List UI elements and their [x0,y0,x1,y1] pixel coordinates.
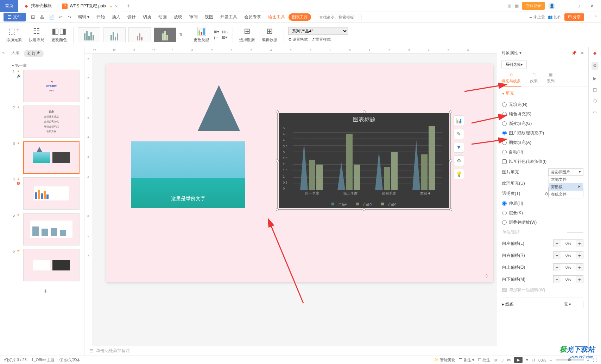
chapter-label[interactable]: ▾ 第一章 [10,62,81,70]
axis-btn-2[interactable]: ⫿▾ [214,36,219,40]
line-style-select[interactable]: 无 ▾ [552,301,583,308]
series-options-dropdown[interactable]: 系列选项 ▾ [501,60,527,69]
chart-settings-button[interactable]: ⚙ [454,155,464,166]
stack-scale-radio[interactable]: 层叠并缩放(W) [502,218,583,227]
bar[interactable] [316,165,323,190]
slide-thumb-5[interactable]: 5 ★ [10,213,81,245]
collapse-ribbon-icon[interactable]: ⌃ [594,15,597,20]
slide-thumb-2[interactable]: 2 ★ 目录介绍基本信息介绍公司文化详细介绍产品营销方案 [10,106,81,138]
resize-handle[interactable] [276,110,279,113]
missing-font-button[interactable]: ⓘ 缺失字体 [59,357,80,363]
stack-radio[interactable]: 层叠(K) [502,208,583,218]
bar[interactable] [412,133,420,190]
minimize-button[interactable]: — [559,4,569,8]
offset-left-spinner[interactable]: −0%+ [553,240,583,247]
apps-icon[interactable]: ▦ [515,4,519,8]
chart-style-2[interactable] [103,27,126,42]
axis-btn-1[interactable]: ⊞▾ [214,30,219,34]
rail-docer-icon[interactable]: ◆ [593,51,596,56]
document-tab[interactable]: P WPS PPT教程.pptx ● × [57,0,122,12]
rail-anim-icon[interactable]: ▶ [593,76,596,81]
dropdown-local-file[interactable]: 本地文件 [549,176,583,183]
command-search-input[interactable] [316,14,362,20]
menu-transition[interactable]: 切换 [139,14,155,20]
set-format-button[interactable]: ⚙ 设置格式 [288,37,308,42]
notes-bar[interactable]: ☰ 单击此处添加备注 [84,346,497,356]
menu-draw-tool[interactable]: 绘图工具 [265,14,289,20]
rail-settings-icon[interactable]: ⚙ [591,62,598,70]
collapse-panel-button[interactable]: « [0,47,7,356]
beach-image[interactable]: 这里是举例文字 [131,141,245,208]
fill-solid-radio[interactable]: 纯色填充(S) [502,109,583,119]
bar[interactable] [300,135,308,190]
menu-chart-tool[interactable]: 图表工具 [289,13,311,21]
slide-thumb-4[interactable]: 4 ★🅟 [10,177,81,210]
resize-handle[interactable] [449,110,452,113]
change-color-button[interactable]: ◧◨更改颜色 [49,27,69,43]
chart-style-3[interactable] [128,27,151,42]
zoom-level[interactable]: 83% [538,358,546,362]
outline-tab[interactable]: 大纲 [11,50,20,57]
home-tab[interactable]: 首页 [0,0,18,12]
edit-data-button[interactable]: ⊞编辑数据 [260,27,279,43]
rail-present-icon[interactable]: ▭ [593,110,597,115]
bar-group[interactable] [412,126,435,190]
edit-menu[interactable]: 编辑 ▾ [74,14,93,20]
bar-group[interactable] [300,126,323,190]
resize-handle[interactable] [276,159,279,162]
new-tab-button[interactable]: + [122,3,134,9]
offset-top-spinner[interactable]: −0%+ [553,263,583,271]
bar[interactable] [346,134,353,190]
notes-button[interactable]: ☰ 备注 ▾ [459,357,474,363]
chart-styles-button[interactable]: ✎ [454,129,464,139]
zoom-out-button[interactable]: − [550,358,552,362]
avatar-icon[interactable]: 👤 [548,2,555,9]
maximize-button[interactable]: □ [573,4,583,8]
menu-dev[interactable]: 开发工具 [217,14,241,20]
fill-section-header[interactable]: ▾ 填充 [502,90,583,96]
menu-slideshow[interactable]: 放映 [170,14,186,20]
view-reading-icon[interactable]: ▭ [507,358,511,362]
zoom-slider[interactable] [556,359,584,360]
close-panel-icon[interactable]: ✕ [581,51,584,56]
bar-group[interactable] [337,126,360,190]
select-data-button[interactable]: ⊞选择数据 [237,27,257,43]
bar[interactable] [375,146,383,190]
offset-right-spinner[interactable]: −0%+ [553,251,583,259]
login-button[interactable]: 立即登录 [522,2,545,10]
fill-none-radio[interactable]: 无填充(N) [502,100,583,109]
chart-object[interactable]: 图表标题 00.511.522.533.544.55 第一季度第二季度第四季度类… [279,113,449,208]
chart-filter-button[interactable]: ▼ [454,142,464,153]
chart-style-4[interactable] [154,27,176,42]
more-icon[interactable]: ⋮ [587,15,591,20]
template-tab[interactable]: ◆ 找稻壳模板 [18,0,57,12]
dropdown-online-file[interactable]: 在线文件 [549,191,583,198]
fill-gradient-radio[interactable]: 渐变填充(G) [502,119,583,128]
resize-handle[interactable] [363,110,366,113]
cloud-button[interactable]: ☁ 未上云 [529,14,545,20]
bar[interactable] [391,152,398,190]
offset-bottom-spinner[interactable]: −0%+ [553,275,583,283]
series-select[interactable]: 系列"产品A" [288,27,348,35]
rail-shape-icon[interactable]: ⬡ [593,98,597,103]
pin-icon[interactable]: 📌 [571,51,577,56]
menu-start[interactable]: 开始 [93,14,108,20]
rail-select-icon[interactable]: ◫ [593,87,597,92]
menu-animation[interactable]: 动画 [155,14,170,20]
bar[interactable] [337,158,345,190]
menu-view[interactable]: 视图 [201,14,217,20]
fit-window-icon[interactable]: ⛶ [593,358,597,362]
share-button[interactable]: ⮹ 分享 [564,13,584,21]
slide-thumb-1[interactable]: 1 ★🔊 ◀WPS教程-PPT [10,70,81,102]
view-sorter-icon[interactable]: ⊡ [500,358,504,362]
fill-pattern-radio[interactable]: 图案填充(A) [502,138,583,147]
close-tab-icon[interactable]: × [115,4,118,9]
chart-plot-area[interactable]: 00.511.522.533.544.55 第一季度第二季度第四季度类别 4 [293,126,442,197]
slide-thumb-3[interactable]: 3 ★ [10,141,81,174]
resize-handle[interactable] [363,208,366,211]
chart-style-1[interactable] [78,27,100,42]
fill-auto-radio[interactable]: 自动(U) [502,147,583,157]
file-menu[interactable]: ☰ 文件 [4,13,26,21]
rotate-with-shape-checkbox[interactable]: 与形状一起旋转(W) [502,285,583,295]
menu-insert[interactable]: 插入 [108,14,124,20]
